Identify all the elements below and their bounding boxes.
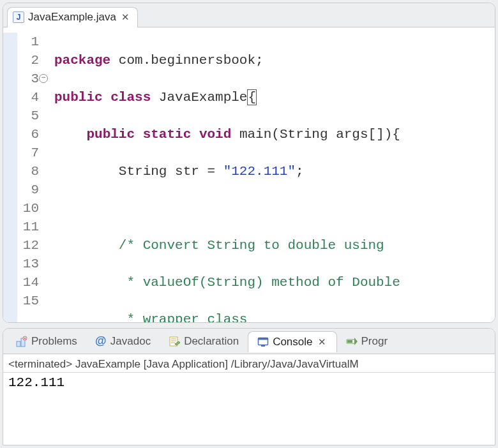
tab-progress[interactable]: Progr (337, 331, 397, 352)
tab-label: Progr (361, 335, 388, 348)
progress-icon (346, 336, 358, 347)
svg-rect-13 (347, 340, 352, 343)
code-text[interactable]: package com.beginnersbook; public class … (54, 33, 495, 322)
problems-icon (16, 336, 27, 347)
source-editor[interactable]: 1 2 3− 4 5 6 7 8 9 10 11 12 13 14 15 pac… (3, 27, 495, 322)
java-file-icon: J (13, 11, 24, 23)
marker-bar (3, 33, 17, 322)
bottom-panel: Problems @ Javadoc Declaration Console ✕… (3, 328, 495, 445)
svg-rect-0 (17, 341, 20, 347)
fold-toggle-icon[interactable]: − (39, 74, 48, 83)
tab-console[interactable]: Console ✕ (248, 331, 336, 352)
tab-label: Console (273, 336, 312, 348)
tab-label: Javadoc (110, 335, 151, 348)
tab-declaration[interactable]: Declaration (160, 331, 248, 352)
tab-problems[interactable]: Problems (7, 331, 86, 352)
svg-rect-11 (261, 345, 265, 347)
console-output[interactable]: 122.111 (3, 373, 495, 392)
at-icon: @ (95, 336, 107, 347)
editor-tab-bar: J JavaExample.java ✕ (3, 3, 495, 27)
tab-javadoc[interactable]: @ Javadoc (86, 331, 160, 352)
console-status: <terminated> JavaExample [Java Applicati… (3, 354, 495, 373)
bottom-tab-bar: Problems @ Javadoc Declaration Console ✕… (3, 329, 495, 354)
close-icon[interactable]: ✕ (120, 11, 131, 23)
svg-rect-10 (259, 338, 268, 340)
file-tab-javaexample[interactable]: J JavaExample.java ✕ (7, 7, 138, 27)
tab-label: Declaration (184, 335, 239, 348)
close-icon[interactable]: ✕ (317, 336, 328, 348)
tab-filename: JavaExample.java (28, 11, 116, 24)
declaration-icon (169, 336, 180, 347)
tab-label: Problems (31, 335, 77, 348)
console-icon (257, 336, 269, 348)
line-number-gutter: 1 2 3− 4 5 6 7 8 9 10 11 12 13 14 15 (17, 33, 43, 322)
editor-pane: J JavaExample.java ✕ 1 2 3− 4 5 6 7 8 9 … (3, 3, 495, 323)
